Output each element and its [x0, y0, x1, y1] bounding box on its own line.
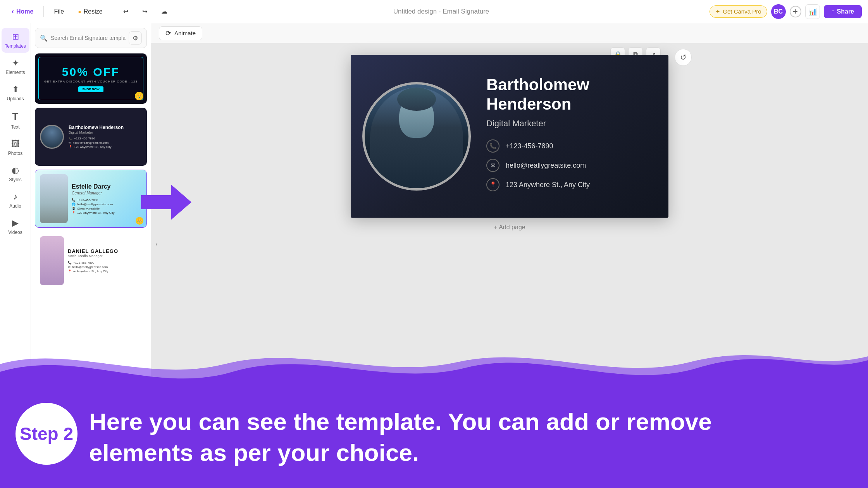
email-icon-circle: ✉: [486, 159, 499, 172]
tutorial-description: Here you can see the template. You can a…: [89, 406, 787, 469]
divider2: [113, 6, 113, 17]
address-text: 123 Anywhere St., Any City: [506, 181, 590, 189]
templates-icon: ⊞: [12, 32, 19, 42]
sidebar-item-templates[interactable]: ⊞ Templates: [2, 28, 29, 53]
divider: [43, 6, 44, 17]
card4-email: hello@reallygreatsite.com: [72, 265, 108, 269]
card3-phone: +123-456-7890: [77, 198, 98, 202]
card3-handle: @reallygreatsite: [77, 207, 100, 210]
add-collaborator-button[interactable]: +: [790, 6, 801, 17]
sidebar-item-audio[interactable]: ♪ Audio: [2, 188, 29, 213]
promo-button: SHOP NOW: [78, 86, 103, 92]
sidebar-item-styles[interactable]: ◐ Styles: [2, 162, 29, 186]
uploads-icon: ⬆: [12, 84, 19, 95]
card4-address: re Anywhere St., Any City: [73, 270, 108, 273]
chevron-left-icon: ‹: [156, 241, 158, 247]
photos-icon: 🖼: [11, 139, 20, 149]
file-button[interactable]: File: [48, 6, 69, 17]
location-icon-circle: 📍: [486, 178, 499, 191]
promo-title: 50% OFF: [62, 65, 120, 79]
analytics-button[interactable]: 📊: [805, 4, 820, 19]
template-card-bartholomew[interactable]: Bartholomew Henderson Digital Marketer 📞…: [35, 108, 147, 166]
card-name: Bartholomew Henderson: [486, 75, 657, 114]
filter-icon: ⚙: [133, 34, 138, 42]
cloud-button[interactable]: ☁: [156, 5, 173, 17]
sidebar-item-label: Templates: [5, 43, 26, 49]
topbar-right: ✦ Get Canva Pro BC + 📊 ↑ Share: [710, 4, 862, 19]
styles-icon: ◐: [12, 165, 19, 175]
canva-pro-button[interactable]: ✦ Get Canva Pro: [710, 5, 767, 18]
template-card-promo[interactable]: 50% OFF GET EXTRA DISCOUNT WITH VOUCHER …: [35, 53, 147, 104]
card-photo-circle: [362, 82, 471, 191]
collapse-panel-button[interactable]: ‹: [151, 232, 162, 256]
chart-icon: 📊: [808, 7, 817, 16]
share-button[interactable]: ↑ Share: [824, 5, 862, 18]
template-card-estelle[interactable]: Estelle Darcy General Manager 📞+123-456-…: [35, 170, 147, 228]
text-icon: T: [12, 111, 19, 123]
sidebar-item-label: Photos: [8, 151, 22, 156]
videos-icon: ▶: [12, 218, 19, 228]
filter-button[interactable]: ⚙: [129, 31, 142, 45]
card2-address: 123 Anywhere St., Any City: [74, 145, 112, 149]
redo-icon: ↪: [142, 8, 147, 15]
card-contact-address: 📍 123 Anywhere St., Any City: [486, 178, 657, 191]
refresh-button[interactable]: ↺: [675, 49, 692, 66]
sidebar-item-label: Videos: [8, 230, 22, 235]
sidebar-item-label: Elements: [5, 70, 25, 75]
card4-role: Social Media Manager: [68, 254, 142, 258]
phone-text: +123-456-7890: [506, 142, 553, 150]
elements-icon: ✦: [12, 58, 19, 68]
card3-role: General Manager: [72, 191, 142, 195]
promo-subtitle: GET EXTRA DISCOUNT WITH VOUCHER CODE : 1…: [44, 80, 138, 83]
card4-phone: +123-456-7890: [73, 261, 95, 265]
sidebar-item-text[interactable]: T Text: [2, 107, 29, 134]
add-page-button[interactable]: + Add page: [494, 224, 525, 231]
location-icon: 📍: [489, 181, 497, 188]
bottom-overlay: Step 2 Here you can see the template. Yo…: [0, 341, 868, 488]
document-title: Untitled design - Email Signature: [176, 8, 707, 15]
sidebar-item-elements[interactable]: ✦ Elements: [2, 54, 29, 79]
resize-button[interactable]: ● Resize: [72, 6, 108, 17]
sidebar-item-label: Styles: [9, 177, 22, 182]
email-icon: ✉: [491, 162, 496, 169]
star-icon: ✦: [715, 8, 720, 15]
phone-icon: 📞: [489, 143, 497, 149]
sidebar-item-videos[interactable]: ▶ Videos: [2, 214, 29, 239]
right-arrow: [141, 185, 191, 220]
redo-button[interactable]: ↪: [137, 5, 153, 17]
avatar-button[interactable]: BC: [771, 4, 786, 19]
card3-address: 123 Anywhere St., Any City: [77, 211, 115, 215]
step-label: Step 2: [20, 423, 73, 444]
email-signature-card[interactable]: Bartholomew Henderson Digital Marketer 📞…: [351, 55, 668, 218]
card-role: Digital Marketer: [486, 119, 657, 129]
card3-social: hello@reallygreatsite.com: [77, 203, 113, 206]
card2-phone: +123-456-7890: [74, 137, 95, 140]
canva-pro-label: Get Canva Pro: [723, 8, 761, 15]
card-contact-email: ✉ hello@reallygreatsite.com: [486, 159, 657, 172]
home-button[interactable]: ‹ Home: [6, 5, 39, 18]
email-text: hello@reallygreatsite.com: [506, 162, 586, 170]
animate-bar: ⟳ Animate: [151, 23, 868, 43]
card2-email: hello@reallygreatsite.com: [73, 141, 108, 144]
resize-icon: ●: [78, 9, 81, 15]
search-input[interactable]: [51, 35, 126, 41]
audio-icon: ♪: [13, 192, 17, 202]
card2-name: Bartholomew Henderson: [69, 125, 142, 131]
share-icon: ↑: [832, 8, 835, 15]
card-info: Bartholomew Henderson Digital Marketer 📞…: [482, 64, 668, 210]
step-circle: Step 2: [16, 403, 78, 465]
sidebar-item-label: Text: [11, 124, 19, 130]
crown-badge: 👑: [135, 92, 143, 100]
card-photo-area: [351, 55, 482, 218]
sidebar-item-label: Uploads: [7, 96, 24, 101]
sidebar-item-label: Audio: [9, 203, 21, 209]
card4-name: DANIEL GALLEGO: [68, 248, 142, 254]
card2-role: Digital Marketer: [69, 131, 142, 134]
sidebar-item-photos[interactable]: 🖼 Photos: [2, 135, 29, 160]
undo-button[interactable]: ↩: [118, 5, 134, 17]
animate-button[interactable]: ⟳ Animate: [159, 26, 202, 40]
card-contact-phone: 📞 +123-456-7890: [486, 139, 657, 153]
sidebar-item-uploads[interactable]: ⬆ Uploads: [2, 81, 29, 105]
template-card-daniel[interactable]: DANIEL GALLEGO Social Media Manager 📞+12…: [35, 232, 147, 290]
card-photo-person: [370, 88, 463, 188]
